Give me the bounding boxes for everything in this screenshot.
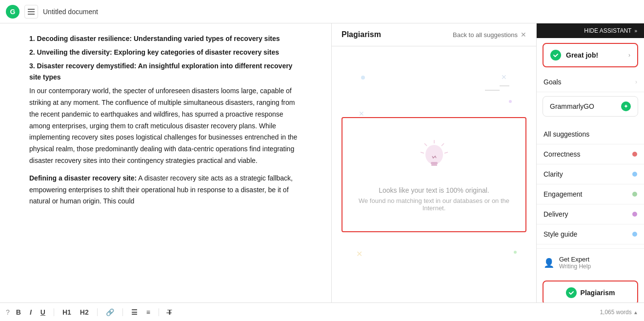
heading-3: 3. Disaster recovery demystified: An ins…: [29, 60, 302, 84]
plagiarism-label: Plagiarism: [581, 289, 615, 297]
svg-line-1: [442, 143, 444, 146]
goals-label: Goals: [543, 78, 562, 86]
heading-1: 1. Decoding disaster resilience: Underst…: [29, 33, 302, 45]
sidebar-item-goals[interactable]: Goals ›: [537, 72, 644, 92]
sidebar-item-engagement[interactable]: Engagement: [537, 184, 644, 204]
great-job-chevron-icon: ›: [628, 52, 630, 59]
deco-cross-1: ✕: [359, 110, 364, 118]
doc-title: Untitled document: [43, 8, 98, 16]
plagiarism-button[interactable]: Plagiarism: [543, 281, 638, 302]
chevron-right-icon: »: [634, 28, 637, 34]
grammarly-go-icon: ✦: [621, 101, 631, 111]
expert-sub-label: Writing Help: [559, 263, 591, 270]
body-paragraph-1: In our contemporary world, the specter o…: [29, 85, 302, 167]
link-button[interactable]: 🔗: [103, 307, 117, 317]
clarity-dot: [632, 172, 637, 177]
great-job-left: Great job!: [550, 50, 598, 60]
sidebar-item-delivery[interactable]: Delivery: [537, 204, 644, 224]
back-label: Back to all suggestions: [453, 31, 518, 39]
grammarly-go-label: GrammarlyGO: [550, 102, 594, 110]
body-paragraph-2: Defining a disaster recovery site: A dis…: [29, 173, 302, 207]
h1-button[interactable]: H1: [60, 307, 74, 317]
bottom-toolbar: ? B I U H1 H2 🔗 ☰ ≡ T̶ 1,065 words ▲: [0, 302, 644, 321]
great-job-card[interactable]: Great job! ›: [543, 43, 638, 67]
style-guide-dot: [632, 232, 637, 237]
delivery-dot: [632, 212, 637, 217]
bold-button[interactable]: B: [14, 307, 23, 317]
help-icon[interactable]: ?: [6, 308, 10, 316]
expert-label: Get Expert: [559, 256, 591, 263]
svg-line-4: [421, 152, 424, 153]
correctness-label: Correctness: [543, 150, 580, 158]
svg-rect-6: [431, 162, 438, 164]
unordered-list-button[interactable]: ≡: [144, 307, 153, 317]
word-count-chevron-icon: ▲: [633, 310, 638, 315]
main-container: 1. Decoding disaster resilience: Underst…: [0, 23, 644, 302]
svg-line-2: [444, 152, 448, 153]
plagiarism-header: Plagiarism Back to all suggestions ✕: [332, 23, 536, 46]
plagiarism-body: ✕ ✕ ✕: [332, 46, 536, 302]
plagiarism-check-icon: [566, 287, 577, 298]
engagement-label: Engagement: [543, 190, 582, 198]
word-count-value: 1,065 words: [600, 309, 631, 316]
svg-rect-7: [431, 164, 437, 166]
h2-button[interactable]: H2: [78, 307, 91, 317]
grammarly-go-button[interactable]: GrammarlyGO ✦: [543, 96, 638, 117]
check-circle-icon: [550, 50, 561, 60]
grammarly-logo: G: [6, 5, 20, 19]
editor-area[interactable]: 1. Decoding disaster resilience: Underst…: [0, 23, 332, 302]
result-text-primary: Looks like your text is 100% original.: [357, 186, 511, 194]
deco-dash-1: [500, 85, 509, 86]
sidebar-item-clarity[interactable]: Clarity: [537, 164, 644, 184]
toolbar-divider-2: [97, 308, 98, 316]
sidebar-item-all-suggestions[interactable]: All suggestions: [537, 124, 644, 144]
bold-text: Defining a disaster recovery site:: [29, 174, 137, 182]
expert-text-group: Get Expert Writing Help: [559, 256, 591, 270]
deco-dot-3: [514, 251, 517, 254]
hide-assistant-button[interactable]: HIDE ASSISTANT »: [537, 23, 644, 38]
italic-button[interactable]: I: [27, 307, 34, 317]
svg-point-5: [425, 145, 443, 164]
engagement-dot: [632, 192, 637, 197]
editor-content: 1. Decoding disaster resilience: Underst…: [29, 33, 302, 207]
toolbar-divider-3: [122, 308, 123, 316]
svg-line-3: [424, 143, 427, 146]
right-sidebar: HIDE ASSISTANT » Great job! › Goals › Gr…: [537, 23, 644, 302]
menu-button[interactable]: [24, 5, 38, 19]
deco-dash-2: [485, 90, 500, 91]
style-guide-label: Style guide: [543, 230, 577, 238]
heading-2: 2. Unveiling the diversity: Exploring ke…: [29, 47, 302, 59]
word-count-area[interactable]: 1,065 words ▲: [600, 309, 638, 316]
deco-dot-1: [361, 76, 365, 80]
delivery-label: Delivery: [543, 210, 568, 218]
all-suggestions-label: All suggestions: [543, 130, 589, 138]
close-icon[interactable]: ✕: [521, 31, 526, 39]
sidebar-item-correctness[interactable]: Correctness: [537, 144, 644, 164]
sidebar-item-style-guide[interactable]: Style guide: [537, 224, 644, 244]
toolbar-divider-1: [54, 308, 54, 316]
result-text-secondary: We found no matching text in our databas…: [357, 197, 511, 212]
deco-cross-2: ✕: [501, 73, 507, 81]
deco-dot-2: [509, 100, 512, 103]
ordered-list-button[interactable]: ☰: [129, 307, 140, 317]
clear-format-button[interactable]: T̶: [165, 307, 175, 317]
plagiarism-title: Plagiarism: [342, 30, 381, 39]
plagiarism-panel: Plagiarism Back to all suggestions ✕ ✕ ✕…: [332, 23, 537, 302]
lightbulb-icon: [415, 138, 454, 177]
underline-button[interactable]: U: [38, 307, 48, 317]
expert-icon: 👤: [543, 258, 554, 268]
great-job-label: Great job!: [566, 51, 598, 59]
hide-assistant-label: HIDE ASSISTANT: [584, 27, 631, 34]
correctness-dot: [632, 152, 637, 157]
clarity-label: Clarity: [543, 170, 563, 178]
back-to-suggestions-button[interactable]: Back to all suggestions ✕: [453, 31, 526, 39]
goals-chevron-icon: ›: [635, 79, 637, 85]
plagiarism-result-box: Looks like your text is 100% original. W…: [342, 117, 526, 232]
toolbar-divider-4: [159, 308, 159, 316]
get-expert-button[interactable]: 👤 Get Expert Writing Help: [537, 248, 644, 277]
deco-cross-3: ✕: [356, 249, 362, 259]
topbar: G Untitled document: [0, 0, 644, 23]
